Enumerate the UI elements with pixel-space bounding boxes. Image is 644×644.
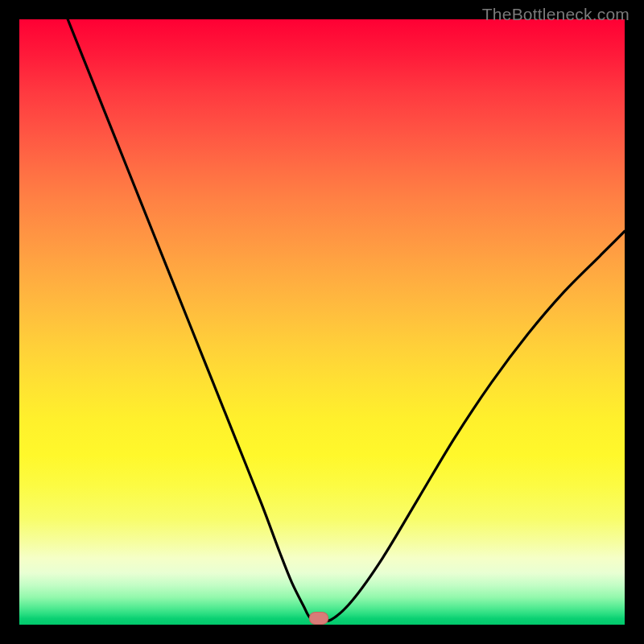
chart-frame: TheBottleneck.com: [0, 0, 644, 644]
plot-area: [19, 19, 625, 625]
bottleneck-curve-svg: [19, 19, 625, 625]
bottleneck-curve: [68, 19, 625, 621]
optimal-point-marker: [309, 612, 328, 625]
